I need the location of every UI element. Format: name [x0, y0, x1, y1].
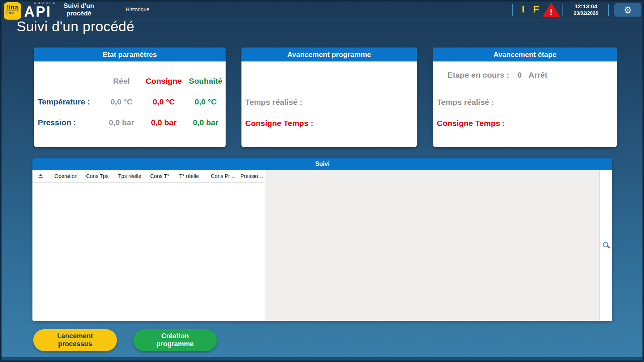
clock-date: 23/02/2026 [565, 10, 607, 16]
panel-suivi: Suivi Opération Cons Tps Tps réelle Cons… [32, 158, 612, 321]
pression-consigne-value: 0,0 bar [142, 112, 186, 133]
temperature-reel-value: 0,0 °C [101, 91, 142, 112]
panel-avancement-programme-title: Avancement programme [241, 48, 417, 61]
clock-time: 12:13:04 [565, 3, 607, 10]
topbar-divider [608, 4, 609, 16]
lancement-processus-button[interactable]: Lancement processus [33, 329, 117, 351]
suivi-chart-area [265, 170, 600, 321]
temperature-label: Température : [34, 91, 101, 112]
programme-consigne-temps-label: Consigne Temps : [245, 119, 313, 128]
temperature-souhaite-value: 0,0 °C [186, 91, 226, 112]
panel-etat-parametres-title: Etat paramètres [34, 48, 226, 61]
column-header-consigne: Consigne [142, 71, 186, 91]
etape-en-cours-line: Etape en cours : 0 Arrêt [447, 71, 547, 80]
column-header-cons-tps[interactable]: Cons Tps [81, 172, 113, 180]
lina-logo-text: lina [6, 4, 18, 11]
settings-button[interactable]: ⚙ [614, 3, 641, 17]
tab-suivi-procede[interactable]: Suivi d'un procédé [56, 2, 102, 17]
pression-souhaite-value: 0,0 bar [186, 112, 226, 133]
sort-column-header[interactable] [32, 172, 49, 180]
top-bar: lina PRO GROUPE API Suivi d'un procédé H… [0, 0, 644, 20]
groupe-api-logo: GROUPE API [24, 1, 57, 19]
lina-logo-sub: PRO [4, 11, 21, 15]
parameters-table: Réel Consigne Souhaité Température : 0,0… [34, 61, 226, 133]
lina-pro-logo: lina PRO [4, 2, 21, 20]
search-icon[interactable] [603, 242, 610, 249]
suivi-table-header-row: Opération Cons Tps Tps réelle Cons T° T°… [32, 170, 265, 183]
svg-text:!: ! [550, 7, 552, 17]
topbar-divider [512, 4, 513, 16]
panel-avancement-etape-title: Avancement étape [433, 48, 617, 61]
etape-temps-realise-label: Temps réalisé : [437, 98, 494, 107]
bottom-bar [0, 357, 644, 362]
etape-en-cours-value: 0 [517, 71, 522, 79]
column-header-cons-pr[interactable]: Cons Pr… [206, 172, 235, 180]
suivi-table: Opération Cons Tps Tps réelle Cons T° T°… [32, 170, 265, 321]
column-header-souhaite: Souhaité [186, 71, 226, 91]
panel-avancement-etape: Avancement étape Etape en cours : 0 Arrê… [433, 48, 617, 147]
column-header-pression[interactable]: Pressio… [235, 172, 265, 180]
panel-avancement-programme: Avancement programme Temps réalisé : Con… [241, 48, 417, 147]
pression-reel-value: 0,0 bar [101, 112, 142, 133]
column-header-cons-t[interactable]: Cons T° [145, 172, 174, 180]
app-screen: lina PRO GROUPE API Suivi d'un procédé H… [0, 0, 644, 362]
column-header-operation[interactable]: Opération [49, 172, 81, 180]
page-title: Suivi d'un procédé [17, 19, 134, 35]
chart-toolbar [599, 170, 612, 321]
column-header-reel: Réel [101, 71, 142, 91]
status-indicator-i: I [522, 3, 524, 15]
creation-programme-button[interactable]: Création programme [133, 329, 217, 351]
panel-etat-parametres: Etat paramètres Réel Consigne Souhaité T… [34, 48, 226, 147]
api-label: API [24, 5, 57, 19]
alarm-warning-icon[interactable]: ! [543, 3, 560, 18]
etape-en-cours-state: Arrêt [529, 71, 547, 79]
programme-temps-realise-label: Temps réalisé : [245, 98, 302, 107]
empty-cell [34, 71, 101, 91]
etape-en-cours-label: Etape en cours : [447, 71, 509, 79]
column-header-tps-reelle[interactable]: Tps réelle [113, 172, 145, 180]
column-header-t-reelle[interactable]: T° réelle [174, 172, 206, 180]
pression-label: Pression : [34, 112, 101, 133]
clock: 12:13:04 23/02/2026 [565, 3, 607, 16]
topbar-divider [562, 4, 563, 16]
etape-consigne-temps-label: Consigne Temps : [437, 119, 505, 128]
temperature-consigne-value: 0,0 °C [142, 91, 186, 112]
sort-icon [38, 174, 43, 178]
status-indicator-f: F [533, 3, 539, 15]
tab-historique[interactable]: Historique [126, 6, 149, 12]
panel-suivi-title: Suivi [32, 158, 612, 170]
gear-icon: ⚙ [624, 6, 632, 15]
